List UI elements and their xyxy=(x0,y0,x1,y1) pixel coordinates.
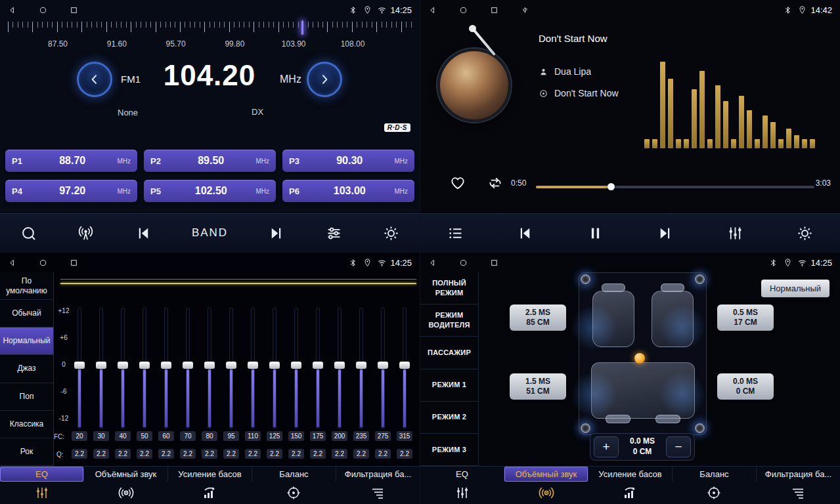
sliders-icon[interactable] xyxy=(325,224,343,242)
eq-icon[interactable] xyxy=(420,485,504,501)
slider-handle[interactable] xyxy=(226,362,236,369)
next-icon[interactable] xyxy=(656,224,674,242)
tab-item[interactable]: Объёмный звук xyxy=(84,467,168,482)
eq-band-slider[interactable] xyxy=(294,308,298,429)
sound-mode-item[interactable]: РЕЖИМ 3 xyxy=(420,434,478,466)
eq-band-slider[interactable] xyxy=(338,308,342,429)
slider-handle[interactable] xyxy=(378,362,388,369)
progress-bar[interactable] xyxy=(536,186,814,188)
surround-icon[interactable] xyxy=(84,485,168,501)
faders-icon[interactable] xyxy=(726,224,744,242)
bass-icon[interactable] xyxy=(168,485,252,501)
progress-knob[interactable] xyxy=(608,183,615,190)
preset-button[interactable]: P6103.00MHz xyxy=(282,180,414,202)
listening-position-marker[interactable] xyxy=(634,353,645,364)
gear-icon[interactable] xyxy=(382,224,400,242)
slider-handle[interactable] xyxy=(269,362,280,369)
tab-item[interactable]: EQ xyxy=(420,467,504,482)
slider-handle[interactable] xyxy=(291,362,301,369)
tab-item[interactable]: Баланс xyxy=(252,467,336,482)
broadcast-icon[interactable] xyxy=(77,224,95,242)
eq-band-slider[interactable] xyxy=(273,308,276,429)
slider-handle[interactable] xyxy=(248,362,258,369)
eq-band-slider[interactable] xyxy=(186,308,190,429)
delay-rear-left[interactable]: 1.5 MS 51 CM xyxy=(510,373,566,400)
eq-band-slider[interactable] xyxy=(77,308,81,429)
sound-mode-item[interactable]: РЕЖИМ 2 xyxy=(420,402,478,434)
favorite-button[interactable] xyxy=(449,175,466,192)
eq-band-slider[interactable] xyxy=(143,308,146,429)
eq-band-slider[interactable] xyxy=(403,308,407,429)
preset-button[interactable]: P289.50MHz xyxy=(144,150,276,172)
tab-item[interactable]: Баланс xyxy=(673,467,757,482)
bass-icon[interactable] xyxy=(588,485,673,501)
eq-band-slider[interactable] xyxy=(381,308,385,429)
filter-icon[interactable] xyxy=(336,485,420,501)
sound-mode-item[interactable]: РЕЖИМ 1 xyxy=(420,369,478,402)
band-button[interactable]: BAND xyxy=(192,226,228,240)
slider-handle[interactable] xyxy=(204,362,215,369)
car-cabin-diagram[interactable] xyxy=(579,272,707,435)
delay-rear-right[interactable]: 0.0 MS 0 CM xyxy=(717,373,774,400)
balance-icon[interactable] xyxy=(672,485,756,501)
sound-mode-item[interactable]: РЕЖИМ ВОДИТЕЛЯ xyxy=(420,304,478,337)
frequency-ruler[interactable] xyxy=(8,22,412,33)
tune-up-button[interactable] xyxy=(307,62,342,97)
delay-front-right[interactable]: 0.5 MS 17 CM xyxy=(717,304,774,331)
usb-icon[interactable] xyxy=(521,6,529,14)
scan-icon[interactable] xyxy=(20,224,37,242)
slider-handle[interactable] xyxy=(139,362,150,369)
slider-handle[interactable] xyxy=(356,362,366,369)
tab-item[interactable]: Фильтрация ба... xyxy=(336,467,420,482)
delay-front-left[interactable]: 2.5 MS 85 CM xyxy=(510,304,566,331)
recents-icon[interactable] xyxy=(70,259,78,267)
gear-icon[interactable] xyxy=(796,224,814,242)
tab-item[interactable]: EQ xyxy=(0,467,84,482)
sound-mode-item[interactable]: ПАССАЖИР xyxy=(420,337,478,369)
eq-band-slider[interactable] xyxy=(121,308,125,429)
slider-handle[interactable] xyxy=(399,362,410,369)
prev-icon[interactable] xyxy=(516,224,534,242)
slider-handle[interactable] xyxy=(313,362,323,369)
eq-band-slider[interactable] xyxy=(208,308,211,429)
next-icon[interactable] xyxy=(267,224,285,242)
eq-band-slider[interactable] xyxy=(251,308,255,429)
tab-item[interactable]: Объёмный звук xyxy=(504,467,588,482)
recents-icon[interactable] xyxy=(490,259,498,267)
recents-icon[interactable] xyxy=(70,6,78,14)
tab-item[interactable]: Усиление басов xyxy=(588,467,673,482)
preset-button[interactable]: P390.30MHz xyxy=(282,150,414,172)
slider-handle[interactable] xyxy=(334,362,345,369)
repeat-button[interactable] xyxy=(487,175,504,192)
back-icon[interactable] xyxy=(8,6,16,14)
balance-icon[interactable] xyxy=(252,485,336,501)
recents-icon[interactable] xyxy=(490,6,498,14)
back-icon[interactable] xyxy=(8,259,16,267)
pause-icon[interactable] xyxy=(586,224,604,242)
prev-icon[interactable] xyxy=(135,224,152,242)
preset-button[interactable]: P497.20MHz xyxy=(5,180,137,202)
preset-button[interactable]: P188.70MHz xyxy=(5,150,137,172)
eq-band-slider[interactable] xyxy=(359,308,363,429)
back-icon[interactable] xyxy=(428,259,437,267)
decrease-button[interactable]: − xyxy=(666,436,691,457)
increase-button[interactable]: + xyxy=(594,436,619,457)
eq-band-slider[interactable] xyxy=(316,308,320,429)
preset-button[interactable]: P5102.50MHz xyxy=(144,180,276,202)
home-icon[interactable] xyxy=(39,6,47,14)
filter-icon[interactable] xyxy=(756,485,840,501)
back-icon[interactable] xyxy=(428,6,437,14)
sound-preset-button[interactable]: Нормальный xyxy=(761,280,829,297)
sound-mode-item[interactable]: ПОЛНЫЙ РЕЖИМ xyxy=(420,272,478,304)
surround-icon[interactable] xyxy=(504,485,588,501)
tune-down-button[interactable] xyxy=(77,62,112,97)
eq-band-slider[interactable] xyxy=(164,308,168,429)
slider-handle[interactable] xyxy=(161,362,171,369)
home-icon[interactable] xyxy=(39,259,47,267)
list-icon[interactable] xyxy=(447,224,464,242)
eq-band-slider[interactable] xyxy=(229,308,233,429)
home-icon[interactable] xyxy=(459,259,468,267)
eq-icon[interactable] xyxy=(0,485,84,501)
slider-handle[interactable] xyxy=(74,362,85,369)
slider-handle[interactable] xyxy=(118,362,128,369)
